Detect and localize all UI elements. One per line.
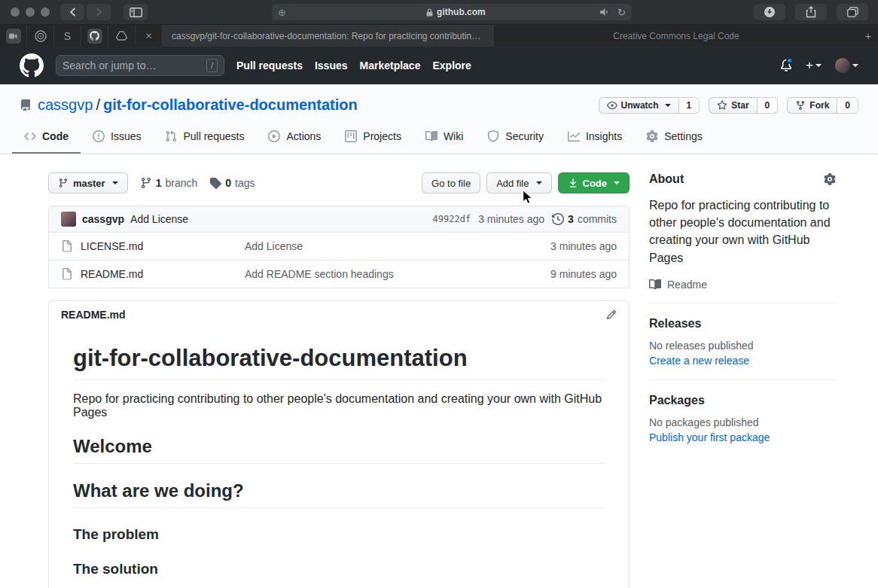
browser-titlebar: ⊕ github.com ↻ xyxy=(0,0,878,24)
branch-selector-button[interactable]: master xyxy=(48,172,128,193)
browser-forward-button[interactable] xyxy=(87,4,111,20)
sidebar-toggle-button[interactable] xyxy=(123,4,148,20)
tab-insights[interactable]: Insights xyxy=(556,121,634,154)
pinned-tab-zoom[interactable] xyxy=(0,25,27,47)
fork-button[interactable]: Fork xyxy=(787,97,837,114)
edit-readme-button[interactable] xyxy=(606,309,617,320)
commit-message-link[interactable]: Add License xyxy=(130,213,188,225)
file-row[interactable]: LICENSE.md Add License 3 minutes ago xyxy=(48,233,630,260)
pinned-tab-github[interactable] xyxy=(81,25,108,47)
nav-explore[interactable]: Explore xyxy=(432,59,471,72)
pinned-tab-voice[interactable] xyxy=(27,25,54,47)
github-logo[interactable] xyxy=(20,53,44,78)
pinned-tab-shortcuts[interactable]: S xyxy=(54,25,81,47)
unwatch-button[interactable]: Unwatch xyxy=(599,97,679,114)
readme-link[interactable]: Readme xyxy=(649,279,836,291)
tab-code[interactable]: Code xyxy=(12,121,81,154)
latest-commit-bar[interactable]: cassgvp Add License 49922df 3 minutes ag… xyxy=(48,206,630,233)
code-download-button[interactable]: Code xyxy=(558,172,630,193)
create-release-link[interactable]: Create a new release xyxy=(649,355,749,367)
browser-tab-inactive[interactable]: Creative Commons Legal Code xyxy=(494,25,858,47)
branch-count-link[interactable]: 1 branch xyxy=(140,177,198,189)
nav-issues[interactable]: Issues xyxy=(315,59,348,72)
commit-count: 3 xyxy=(568,213,574,225)
pinned-tab-drive[interactable] xyxy=(108,25,136,47)
tag-count-link[interactable]: 0 tags xyxy=(209,177,255,189)
readme-content: git-for-collaborative-documentation Repo… xyxy=(49,328,629,588)
add-file-label: Add file xyxy=(496,178,529,189)
tab-issues[interactable]: Issues xyxy=(81,121,153,154)
pinned-tab-x[interactable]: ✕ xyxy=(136,25,163,47)
project-icon xyxy=(345,130,357,142)
watch-count[interactable]: 1 xyxy=(679,97,700,114)
url-text: github.com xyxy=(437,7,486,17)
repo-name-link[interactable]: git-for-collaborative-documentation xyxy=(103,96,358,113)
browser-back-button[interactable] xyxy=(60,4,84,20)
commit-sha[interactable]: 49922df xyxy=(433,214,471,224)
search-input[interactable]: Search or jump to… / xyxy=(56,55,224,76)
spiral-app-icon xyxy=(35,30,47,42)
fork-button-group: Fork 0 xyxy=(787,97,858,114)
user-menu-button[interactable] xyxy=(835,58,858,73)
commit-author-avatar[interactable] xyxy=(61,212,76,227)
file-name-link[interactable]: LICENSE.md xyxy=(81,240,143,252)
commit-history-link[interactable]: 3 commits xyxy=(552,213,617,225)
chevron-right-icon xyxy=(96,8,102,17)
window-close-button[interactable] xyxy=(11,8,20,17)
publish-package-link[interactable]: Publish your first package xyxy=(649,431,770,443)
readme-section-what: What are we doing? xyxy=(73,480,605,508)
readme-link-label: Readme xyxy=(667,279,707,291)
tab-label: Insights xyxy=(586,130,622,142)
tab-settings[interactable]: Settings xyxy=(634,121,715,154)
caret-down-icon xyxy=(536,181,542,187)
fork-icon xyxy=(795,100,806,111)
tab-title: cassgvp/git-for-collaborative-documentat… xyxy=(172,31,484,41)
repo-owner-link[interactable]: cassgvp xyxy=(38,96,93,113)
tab-wiki[interactable]: Wiki xyxy=(413,121,475,154)
fork-count[interactable]: 0 xyxy=(837,97,858,114)
file-commit-message[interactable]: Add License xyxy=(245,240,504,252)
file-row[interactable]: README.md Add README section headings 9 … xyxy=(48,260,630,288)
about-section: About Repo for practicing contributing t… xyxy=(649,172,836,303)
window-minimize-button[interactable] xyxy=(26,8,35,17)
packages-title: Packages xyxy=(649,394,705,407)
nav-marketplace[interactable]: Marketplace xyxy=(360,59,421,72)
share-button[interactable] xyxy=(795,4,827,20)
file-commit-message[interactable]: Add README section headings xyxy=(245,268,504,280)
tab-projects[interactable]: Projects xyxy=(333,121,413,154)
privacy-plus-icon[interactable]: ⊕ xyxy=(278,7,286,18)
tag-count-label: tags xyxy=(235,177,255,189)
audio-mute-icon[interactable] xyxy=(599,8,610,17)
notifications-button[interactable] xyxy=(780,59,792,72)
book-icon xyxy=(649,279,661,291)
browser-tab-active[interactable]: cassgvp/git-for-collaborative-documentat… xyxy=(163,25,494,47)
repo-sidebar: About Repo for practicing contributing t… xyxy=(649,172,836,588)
file-icon xyxy=(61,240,73,252)
book-icon xyxy=(425,130,437,142)
pencil-icon xyxy=(606,309,617,320)
tab-overview-button[interactable] xyxy=(837,4,868,20)
tab-actions[interactable]: Actions xyxy=(256,121,333,154)
edit-about-button[interactable] xyxy=(824,173,836,185)
create-new-button[interactable]: + xyxy=(806,58,822,73)
window-zoom-button[interactable] xyxy=(41,8,50,17)
downloads-button[interactable] xyxy=(754,4,785,20)
go-to-file-button[interactable]: Go to file xyxy=(422,172,480,193)
star-button-group: Star 0 xyxy=(709,97,778,114)
graph-icon xyxy=(568,130,580,142)
tab-pull-requests[interactable]: Pull requests xyxy=(153,121,256,154)
star-count[interactable]: 0 xyxy=(758,97,779,114)
file-name-link[interactable]: README.md xyxy=(81,268,143,280)
gear-icon xyxy=(824,173,836,185)
commit-author-link[interactable]: cassgvp xyxy=(82,213,124,225)
nav-pull-requests[interactable]: Pull requests xyxy=(236,59,303,72)
add-file-button[interactable]: Add file xyxy=(486,172,551,193)
tag-count: 0 xyxy=(225,177,231,189)
reload-icon[interactable]: ↻ xyxy=(617,7,626,18)
branch-icon xyxy=(140,177,152,189)
file-commit-time: 9 minutes ago xyxy=(504,268,617,280)
new-tab-button[interactable]: + xyxy=(858,25,878,47)
tab-security[interactable]: Security xyxy=(475,121,556,154)
star-button[interactable]: Star xyxy=(709,97,757,114)
address-bar[interactable]: ⊕ github.com ↻ xyxy=(272,4,632,20)
